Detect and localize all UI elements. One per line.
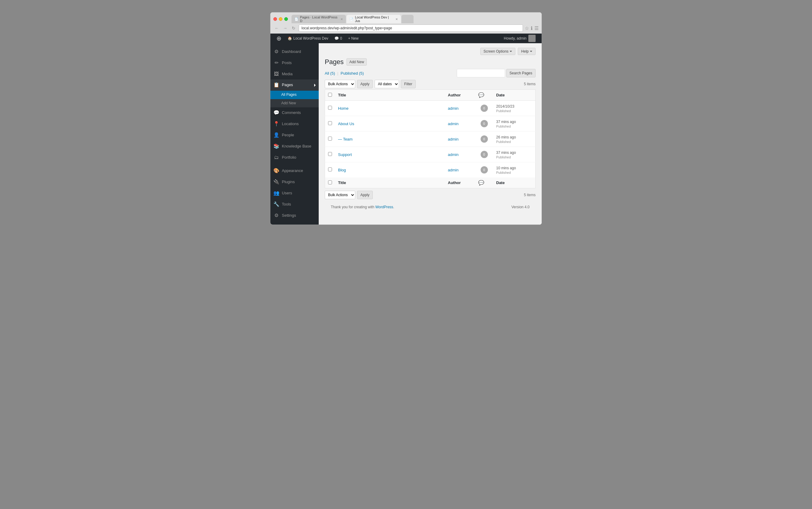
row-checkbox[interactable]: [328, 167, 332, 171]
sidebar-item-pages[interactable]: 📋 Pages: [270, 79, 319, 91]
table-row: — Team admin 0 26 mins ago Published: [325, 132, 536, 147]
sidebar-item-settings[interactable]: ⚙ Settings: [270, 210, 319, 221]
tab1-close[interactable]: ✕: [340, 18, 343, 21]
adminbar-comment-count: 0: [340, 36, 342, 40]
add-new-button[interactable]: Add New: [346, 58, 367, 66]
sidebar-item-locations[interactable]: 📍 Locations: [270, 118, 319, 130]
url-bar[interactable]: [299, 25, 523, 32]
page-title-link[interactable]: Support: [338, 152, 352, 157]
row-author-cell: admin: [445, 101, 475, 116]
sidebar-separator: [270, 163, 319, 165]
bottom-table-controls: Bulk Actions Apply 5 items: [325, 191, 536, 199]
row-checkbox[interactable]: [328, 106, 332, 110]
date-footer-label: Date: [496, 180, 505, 185]
comment-count-badge: 0: [481, 120, 488, 127]
info-icon[interactable]: ℹ: [531, 25, 532, 31]
page-title-link[interactable]: About Us: [338, 122, 354, 126]
maximize-dot[interactable]: [284, 17, 288, 21]
adminbar-site-name[interactable]: 🏠 Local WordPress Dev: [285, 34, 331, 43]
sidebar-item-tools[interactable]: 🔧 Tools: [270, 199, 319, 210]
author-link[interactable]: admin: [448, 152, 458, 157]
adminbar-howdy[interactable]: Howdy, admin: [501, 35, 539, 42]
page-title-link[interactable]: Home: [338, 106, 348, 111]
filter-button[interactable]: Filter: [401, 80, 416, 88]
wordpress-link[interactable]: WordPress: [375, 205, 393, 209]
tab1-label: Pages · Local WordPress D: [300, 15, 337, 23]
col-date-header[interactable]: Date: [493, 90, 536, 101]
author-link[interactable]: admin: [448, 168, 458, 172]
table-footer-row: Title Author 💬 Date: [325, 177, 536, 188]
date-filter-select[interactable]: All dates: [375, 80, 399, 88]
forward-button[interactable]: →: [282, 25, 289, 31]
author-link[interactable]: admin: [448, 122, 458, 126]
pages-icon: 📋: [273, 82, 280, 88]
sidebar-item-users[interactable]: 👥 Users: [270, 188, 319, 199]
sidebar-item-comments[interactable]: 💬 Comments: [270, 107, 319, 118]
row-date: 37 mins ago: [496, 119, 532, 125]
sidebar-item-all-pages[interactable]: All Pages: [270, 91, 319, 99]
filter-published-label: Published: [341, 71, 358, 75]
sidebar-people-label: People: [282, 133, 294, 138]
browser-tab-2[interactable]: 📄 Local WordPress Dev | Jus ✕: [346, 15, 401, 23]
search-pages-input[interactable]: [457, 69, 505, 77]
apply-bottom-button[interactable]: Apply: [357, 191, 373, 199]
help-label: Help: [521, 49, 529, 54]
search-pages-button[interactable]: Search Pages: [506, 69, 536, 77]
row-checkbox[interactable]: [328, 121, 332, 125]
sidebar-item-knowledge-base[interactable]: 📚 Knowledge Base: [270, 141, 319, 152]
sidebar-item-add-new-page[interactable]: Add New: [270, 99, 319, 108]
adminbar-howdy-text: Howdy, admin: [504, 36, 526, 40]
locations-icon: 📍: [273, 121, 280, 127]
minimize-dot[interactable]: [279, 17, 283, 21]
help-button[interactable]: Help: [518, 48, 536, 55]
row-comments-cell: 0: [475, 147, 493, 162]
knowledge-base-icon: 📚: [273, 143, 280, 149]
row-checkbox[interactable]: [328, 152, 332, 156]
footer-thank-you: Thank you for creating with: [331, 205, 374, 209]
table-row: Home admin 0 2014/10/23 Published: [325, 101, 536, 116]
screen-options-button[interactable]: Screen Options: [480, 48, 516, 55]
sidebar-item-posts[interactable]: ✏ Posts: [270, 58, 319, 69]
filter-published-count: (5): [359, 71, 364, 75]
row-checkbox[interactable]: [328, 137, 332, 141]
new-tab-placeholder[interactable]: [402, 15, 413, 23]
bookmark-icon[interactable]: ☆: [525, 25, 529, 31]
menu-icon[interactable]: ☰: [534, 25, 539, 31]
col-title-header[interactable]: Title: [335, 90, 445, 101]
tab2-close[interactable]: ✕: [396, 18, 398, 21]
sidebar-item-dashboard[interactable]: ⚙ Dashboard: [270, 46, 319, 58]
bulk-actions-bottom-select[interactable]: Bulk Actions: [325, 191, 355, 199]
author-link[interactable]: admin: [448, 137, 458, 141]
col-author-header[interactable]: Author: [445, 90, 475, 101]
select-all-checkbox[interactable]: [328, 93, 332, 97]
page-title-link[interactable]: Blog: [338, 168, 346, 172]
close-dot[interactable]: [273, 17, 277, 21]
people-icon: 👤: [273, 132, 280, 138]
filter-all-count: (5): [330, 71, 335, 75]
row-checkbox-cell: [325, 101, 335, 116]
sidebar-item-portfolio[interactable]: 🗂 Portfolio: [270, 152, 319, 163]
row-checkbox-cell: [325, 147, 335, 162]
browser-tab-1[interactable]: 📄 Pages · Local WordPress D ✕: [292, 15, 346, 23]
row-date-cell: 10 mins ago Published: [493, 162, 536, 178]
search-box: Search Pages: [457, 69, 536, 77]
adminbar-new[interactable]: + New: [345, 34, 362, 43]
page-title-link[interactable]: — Team: [338, 137, 353, 141]
adminbar-wp-logo[interactable]: ⊕: [273, 34, 285, 43]
sidebar-item-plugins[interactable]: 🔌 Plugins: [270, 176, 319, 188]
filter-published-link[interactable]: Published (5): [341, 71, 364, 75]
back-button[interactable]: ←: [273, 25, 280, 31]
select-all-checkbox-footer[interactable]: [328, 180, 332, 184]
all-pages-label: All Pages: [281, 93, 297, 97]
screen-options-arrow-icon: [510, 51, 512, 52]
bulk-actions-top-select[interactable]: Bulk Actions: [325, 80, 355, 88]
sidebar-item-appearance[interactable]: 🎨 Appearance: [270, 165, 319, 176]
reload-button[interactable]: ↻: [290, 25, 297, 31]
adminbar-home-icon: 🏠: [288, 36, 292, 40]
author-link[interactable]: admin: [448, 106, 458, 111]
adminbar-comments[interactable]: 💬 0: [331, 34, 345, 43]
filter-all-link[interactable]: All (5): [325, 71, 336, 75]
sidebar-item-media[interactable]: 🖼 Media: [270, 69, 319, 80]
sidebar-item-people[interactable]: 👤 People: [270, 130, 319, 141]
apply-top-button[interactable]: Apply: [357, 80, 373, 88]
